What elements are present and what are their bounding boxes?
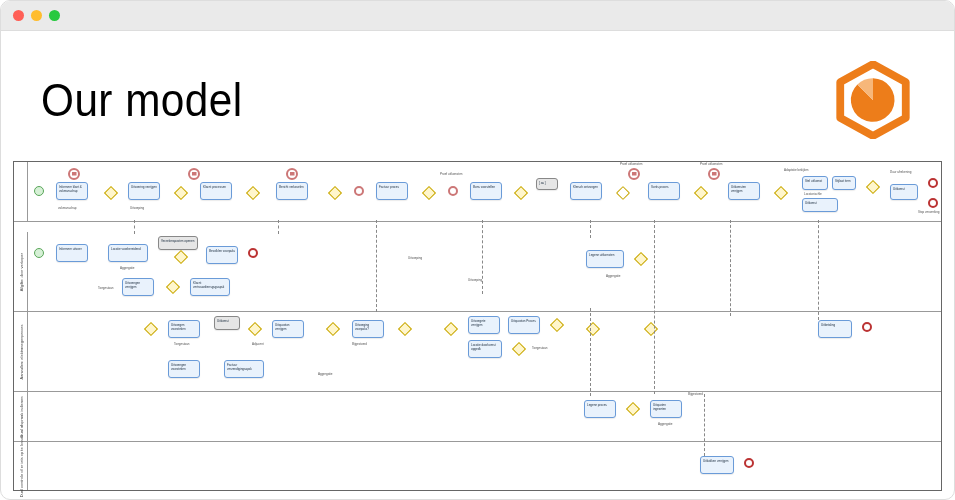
gateway[interactable] — [326, 322, 340, 336]
flow-label: Uitvoeping — [468, 278, 482, 282]
gateway[interactable] — [174, 250, 188, 264]
gateway[interactable] — [512, 342, 526, 356]
task-inform-output[interactable]: Informeer uitvoer — [56, 244, 88, 262]
collapsed-subprocess-insurer[interactable]: Verzekeraposten openen — [158, 236, 198, 250]
end-event[interactable] — [928, 178, 938, 188]
flow-label: Uitvoeping — [408, 256, 422, 260]
lane-2: Aanvullen: elektranegenproces Uitvoegen … — [14, 312, 941, 392]
start-event[interactable] — [34, 248, 44, 258]
task-receive[interactable]: Klersch ontvangen — [570, 182, 602, 200]
gateway[interactable] — [550, 318, 564, 332]
task-outquote-proc[interactable]: Uitquooton Proces — [508, 316, 540, 334]
end-event[interactable] — [744, 458, 754, 468]
task-location-through[interactable]: Locatie doorkomst opgedk — [468, 340, 502, 358]
gateway[interactable] — [144, 322, 158, 336]
intermediate-event[interactable] — [354, 186, 364, 196]
gateway[interactable] — [422, 186, 436, 200]
gateway[interactable] — [514, 186, 528, 200]
intermediate-event[interactable] — [448, 186, 458, 196]
gateway[interactable] — [644, 322, 658, 336]
gateway[interactable] — [328, 186, 342, 200]
task-sort-process[interactable]: Sortis proces — [648, 182, 680, 200]
gateway[interactable] — [166, 280, 180, 294]
task-final-outcome[interactable]: Uitkomst — [890, 184, 918, 200]
end-event[interactable] — [248, 248, 258, 258]
end-event-stop[interactable] — [928, 198, 938, 208]
lane-1-content: Informeer uitvoer Locatie voorbereidend … — [28, 232, 941, 311]
lane-1: Afgifte: door verkoper Informeer uitvoer… — [14, 232, 941, 312]
task-legend-proc[interactable]: Legene proces — [584, 400, 616, 418]
message-flow — [654, 220, 655, 394]
task-output-suggest-2[interactable]: Uitvoengen voorsteken — [168, 360, 200, 378]
task-set-outcome[interactable]: Stel uitkomst — [802, 176, 828, 190]
lane-3-label: Dual afspraak indienen — [14, 392, 28, 441]
page-title: Our model — [41, 73, 243, 127]
bpmn-diagram[interactable]: Informeer klant & vakmanschap vakmanscha… — [13, 161, 942, 491]
gateway[interactable] — [248, 322, 262, 336]
task-invoice-process[interactable]: Factuur proces — [376, 182, 408, 200]
message-flow — [376, 220, 377, 312]
message-flow — [730, 220, 731, 316]
gateway[interactable] — [774, 186, 788, 200]
task-outcomes[interactable]: Uitkomsten verrijgen — [728, 182, 760, 200]
flow-label: Proef uitkomsten — [700, 162, 723, 166]
task-bons-suggest[interactable]: Bons voorstellen — [470, 182, 502, 200]
task-client-process[interactable]: Klacnt processen — [200, 182, 232, 200]
gateway[interactable] — [246, 186, 260, 200]
flow-label: Toegestaan — [174, 342, 190, 346]
gateway[interactable] — [634, 252, 648, 266]
collapsed-subprocess[interactable]: Uitkomst — [214, 316, 240, 330]
flow-label: Toegestaan — [532, 346, 548, 350]
lane-1-label: Afgifte: door verkoper — [14, 232, 28, 311]
flow-label: Proef uitkomsten — [620, 162, 643, 166]
lane-4-label: Dual controle of er iets op te lossen — [14, 442, 28, 490]
message-catch-event[interactable] — [68, 168, 80, 180]
task-location-prep[interactable]: Locatie voorbereidend — [108, 244, 148, 262]
gateway[interactable] — [694, 186, 708, 200]
task-message-distribute[interactable]: Bericht verkavelen — [276, 182, 308, 200]
flow-label: Duur afrekening — [890, 170, 911, 174]
task-payout[interactable]: Uitbetaling — [818, 320, 852, 338]
gateway[interactable] — [174, 186, 188, 200]
message-catch-event[interactable] — [286, 168, 298, 180]
event-gateway[interactable] — [616, 186, 630, 200]
task-outquotes-in[interactable]: Uitquoten ingezeten — [650, 400, 682, 418]
slide-header: Our model — [1, 31, 954, 151]
lane-0: Informeer klant & vakmanschap vakmanscha… — [14, 162, 941, 222]
message-catch-event[interactable] — [708, 168, 720, 180]
lane-0-label — [14, 162, 28, 221]
gateway[interactable] — [398, 322, 412, 336]
start-event[interactable] — [34, 186, 44, 196]
gateway[interactable] — [444, 322, 458, 336]
collapsed-subprocess[interactable]: [ aa ] — [536, 178, 558, 190]
task-invoice-send[interactable]: Factuur verzendigingsapsk — [224, 360, 264, 378]
message-flow — [818, 220, 819, 320]
message-catch-event[interactable] — [188, 168, 200, 180]
task-populate[interactable]: Bevolklen voorpaks — [206, 246, 238, 264]
maximize-dot[interactable] — [49, 10, 60, 21]
task-client-trust[interactable]: Klacnt vertrouwdiensgsgsapsk — [190, 278, 230, 296]
task-issue-check[interactable]: Uitvoeging voorpaks? — [352, 320, 384, 338]
message-flow — [590, 308, 591, 396]
task-inform-client[interactable]: Informeer klant & vakmanschap — [56, 182, 88, 200]
task-outcook-get[interactable]: Uitkokken verrijgen — [700, 456, 734, 474]
minimize-dot[interactable] — [31, 10, 42, 21]
task-output-suggest[interactable]: Uitvoegen voorsteken — [168, 320, 200, 338]
gateway[interactable] — [866, 180, 880, 194]
task-outadd-get[interactable]: Uitvoegete verrijgen — [468, 316, 500, 334]
task-style-item[interactable]: Stijlaat item — [832, 176, 856, 190]
task-execute[interactable]: Uitvoering verrijgen — [128, 182, 160, 200]
task-execute-get[interactable]: Uitvoengen verrijgen — [122, 278, 154, 296]
gateway[interactable] — [586, 322, 600, 336]
task-legend-outcomes[interactable]: Legene uitkomsten — [586, 250, 624, 268]
window-titlebar — [1, 1, 954, 31]
task-outquote[interactable]: Uitquooton verrijgen — [272, 320, 304, 338]
lane-3-content: Legene proces Uitquoten ingezeten Aggreg… — [28, 392, 941, 441]
message-flow — [134, 220, 135, 234]
gateway[interactable] — [626, 402, 640, 416]
end-event[interactable] — [862, 322, 872, 332]
gateway[interactable] — [104, 186, 118, 200]
close-dot[interactable] — [13, 10, 24, 21]
task-outcome-lower[interactable]: Uitkomst — [802, 198, 838, 212]
message-catch-event[interactable] — [628, 168, 640, 180]
